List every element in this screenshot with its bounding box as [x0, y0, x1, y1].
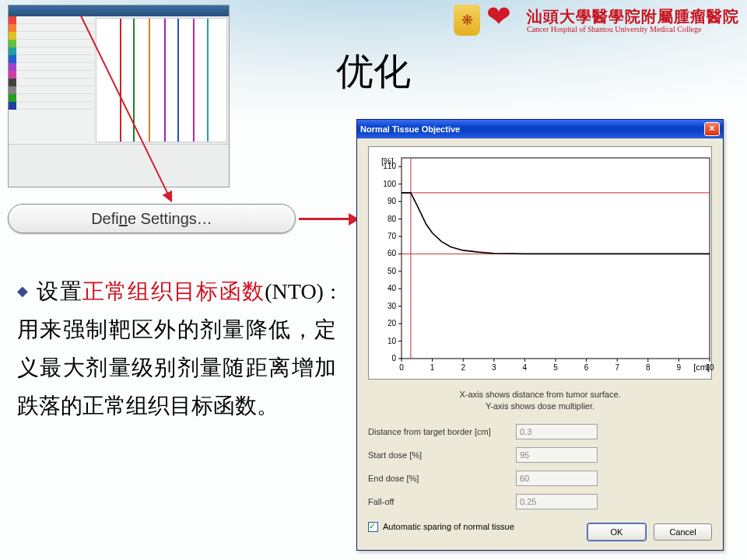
dialog-title-text: Normal Tissue Objective	[360, 124, 460, 134]
svg-text:80: 80	[388, 215, 397, 223]
auto-sparing-label: Automatic sparing of normal tissue	[383, 522, 514, 531]
nto-chart: 0102030405060708090100110012345678910[%]…	[368, 146, 712, 380]
svg-text:10: 10	[388, 337, 397, 345]
close-icon[interactable]: ×	[704, 122, 720, 136]
svg-text:8: 8	[646, 363, 651, 372]
arrow-2	[299, 218, 352, 220]
svg-text:6: 6	[584, 363, 589, 372]
dist-label: Distance from target border [cm]	[368, 427, 516, 436]
svg-text:0: 0	[399, 363, 404, 372]
bullet-icon: ◆	[17, 283, 29, 299]
svg-rect-0	[402, 158, 710, 359]
start-label: Start dose [%]	[368, 450, 516, 460]
svg-text:0: 0	[391, 354, 396, 362]
nto-dialog: Normal Tissue Objective × 01020304050607…	[356, 119, 724, 551]
bullet-pre: 设置	[37, 279, 82, 303]
dist-field[interactable]	[516, 424, 598, 439]
auto-sparing-checkbox[interactable]	[368, 522, 378, 532]
end-label: End dose [%]	[368, 474, 516, 483]
shield-logo-icon	[454, 5, 480, 36]
institution-header: 汕頭大學醫學院附屬腫瘤醫院 Cancer Hospital of Shantou…	[454, 5, 739, 36]
bullet-highlight: 正常组织目标函数	[82, 279, 265, 303]
svg-text:70: 70	[388, 232, 397, 240]
falloff-field[interactable]	[516, 494, 598, 509]
institution-text: 汕頭大學醫學院附屬腫瘤醫院 Cancer Hospital of Shantou…	[527, 8, 739, 33]
arrow-1-head	[163, 191, 177, 205]
svg-text:[cm]: [cm]	[693, 362, 710, 372]
define-settings-button[interactable]: Define Settings…	[8, 204, 296, 233]
svg-text:90: 90	[388, 197, 397, 205]
end-dose-field[interactable]	[516, 471, 598, 486]
svg-text:4: 4	[523, 363, 528, 372]
svg-text:30: 30	[388, 302, 397, 310]
svg-text:[%]: [%]	[381, 156, 394, 166]
start-dose-field[interactable]	[516, 447, 598, 463]
bullet-paragraph: ◆设置正常组织目标函数(NTO) : 用来强制靶区外的剂量降低，定义最大剂量级别…	[17, 272, 336, 425]
svg-text:1: 1	[430, 363, 435, 372]
cancel-button[interactable]: Cancel	[654, 523, 712, 541]
svg-text:100: 100	[383, 180, 396, 188]
chart-caption: X-axis shows distance from tumor surface…	[368, 389, 712, 413]
slide-title: 优化	[336, 47, 411, 96]
svg-text:9: 9	[677, 363, 682, 372]
svg-text:60: 60	[388, 249, 397, 257]
svg-text:20: 20	[388, 319, 397, 327]
svg-text:7: 7	[615, 363, 619, 372]
svg-text:3: 3	[492, 363, 496, 372]
dialog-titlebar: Normal Tissue Objective ×	[357, 120, 723, 138]
heart-logo-icon	[486, 5, 521, 35]
institution-name-en: Cancer Hospital of Shantou University Me…	[527, 25, 739, 33]
falloff-label: Fall-off	[368, 497, 516, 506]
svg-text:5: 5	[553, 363, 558, 372]
svg-text:40: 40	[388, 284, 397, 292]
ok-button[interactable]: OK	[587, 523, 646, 541]
institution-name-cn: 汕頭大學醫學院附屬腫瘤醫院	[527, 8, 739, 25]
svg-text:2: 2	[461, 363, 465, 372]
svg-text:50: 50	[388, 267, 397, 275]
